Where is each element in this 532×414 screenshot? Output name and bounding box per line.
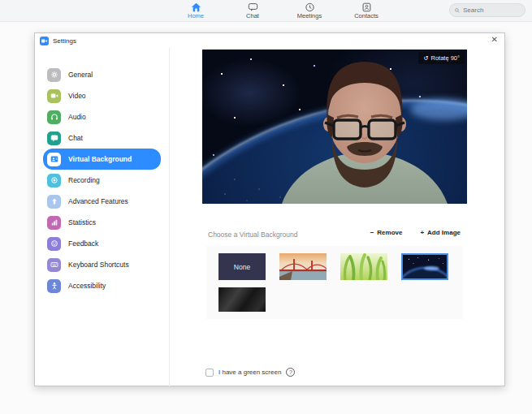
smiley-icon [47, 237, 61, 251]
window-title: Settings [53, 37, 76, 45]
green-screen-checkbox[interactable] [205, 369, 214, 377]
tab-contacts[interactable]: Contacts [348, 0, 385, 22]
sidebar-item-label: Feedback [68, 239, 98, 248]
thumbnail-grass[interactable] [340, 253, 387, 280]
record-icon [47, 174, 61, 188]
home-icon [191, 2, 201, 12]
tab-meetings-label: Meetings [297, 13, 322, 19]
sidebar-item-label: Accessibility [68, 282, 106, 290]
help-icon[interactable]: ? [286, 368, 295, 377]
search-box[interactable] [449, 3, 526, 17]
gear-icon [47, 68, 61, 82]
video-preview: ↺ Rotate 90° [202, 50, 467, 204]
minus-icon: − [370, 229, 374, 236]
sidebar-item-label: Virtual Background [68, 155, 132, 163]
sidebar-item-label: Statistics [68, 218, 96, 226]
tab-home-label: Home [188, 13, 204, 19]
background-actions: − Remove + Add Image [370, 229, 461, 236]
sidebar-item-accessibility[interactable]: Accessibility [43, 275, 161, 296]
main-nav: Home Chat Meetings [177, 0, 385, 22]
remove-button[interactable]: − Remove [370, 229, 403, 236]
contacts-icon [361, 2, 372, 12]
settings-titlebar: Settings ✕ [35, 33, 504, 48]
person-icon [47, 279, 61, 293]
sidebar-item-advanced-features[interactable]: Advanced Features [43, 191, 161, 212]
tab-home[interactable]: Home [177, 0, 214, 22]
thumbnail-earth-space[interactable] [401, 253, 448, 280]
choose-background-label: Choose a Virtual Background [208, 231, 297, 239]
sidebar-item-video[interactable]: Video [43, 85, 161, 106]
rotate-label: Rotate 90° [430, 54, 460, 62]
thumbnail-none[interactable]: None [218, 253, 266, 280]
zoom-app-icon [40, 37, 49, 45]
search-input[interactable] [463, 6, 520, 14]
sidebar-item-label: Keyboard Shortcuts [68, 261, 129, 269]
keyboard-icon [47, 258, 61, 272]
id-card-icon [47, 153, 61, 166]
plus-icon: + [420, 229, 424, 236]
background-thumbnails-panel: None [206, 246, 463, 319]
clock-icon [305, 2, 315, 12]
settings-window: Settings ✕ General Video Audi [34, 32, 505, 386]
sidebar-item-feedback[interactable]: Feedback [43, 233, 161, 254]
video-camera-icon [47, 89, 61, 103]
tab-meetings[interactable]: Meetings [291, 0, 328, 22]
rotate-icon: ↺ [423, 54, 428, 62]
arrow-up-icon [47, 195, 61, 209]
sidebar-item-audio[interactable]: Audio [43, 106, 161, 127]
thumbnail-golden-gate-bridge[interactable] [279, 253, 327, 280]
tab-contacts-label: Contacts [354, 13, 378, 19]
sidebar-item-label: Advanced Features [68, 197, 128, 205]
sidebar-item-keyboard-shortcuts[interactable]: Keyboard Shortcuts [43, 254, 161, 275]
sidebar-item-label: Recording [68, 176, 100, 184]
tab-chat-label: Chat [246, 13, 259, 19]
add-image-button[interactable]: + Add Image [420, 229, 461, 236]
close-icon[interactable]: ✕ [491, 36, 498, 44]
sidebar-item-virtual-background[interactable]: Virtual Background [43, 149, 161, 170]
tab-chat[interactable]: Chat [234, 0, 271, 22]
headset-icon [47, 110, 61, 124]
sidebar-item-chat[interactable]: Chat [43, 127, 161, 149]
sidebar-item-statistics[interactable]: Statistics [43, 212, 161, 233]
sidebar-item-label: Chat [68, 134, 83, 142]
chat-icon [248, 2, 258, 12]
search-icon [455, 7, 460, 14]
sidebar-item-recording[interactable]: Recording [43, 170, 161, 191]
zoom-app: Home Chat Meetings [0, 0, 532, 414]
bar-chart-icon [47, 216, 61, 230]
sidebar-item-label: Audio [68, 113, 86, 121]
rotate-90-button[interactable]: ↺ Rotate 90° [418, 52, 465, 64]
sidebar-item-label: General [68, 71, 93, 79]
sidebar-item-general[interactable]: General [43, 64, 161, 85]
green-screen-row: I have a green screen ? [205, 368, 295, 377]
settings-sidebar: General Video Audio Chat [35, 48, 170, 386]
person-webcam [202, 50, 467, 204]
thumbnail-dark-smoke[interactable] [218, 287, 266, 312]
sidebar-item-label: Video [68, 92, 86, 100]
top-toolbar: Home Chat Meetings [0, 0, 532, 22]
chat-bubble-icon [47, 132, 61, 145]
green-screen-label: I have a green screen [218, 369, 281, 376]
